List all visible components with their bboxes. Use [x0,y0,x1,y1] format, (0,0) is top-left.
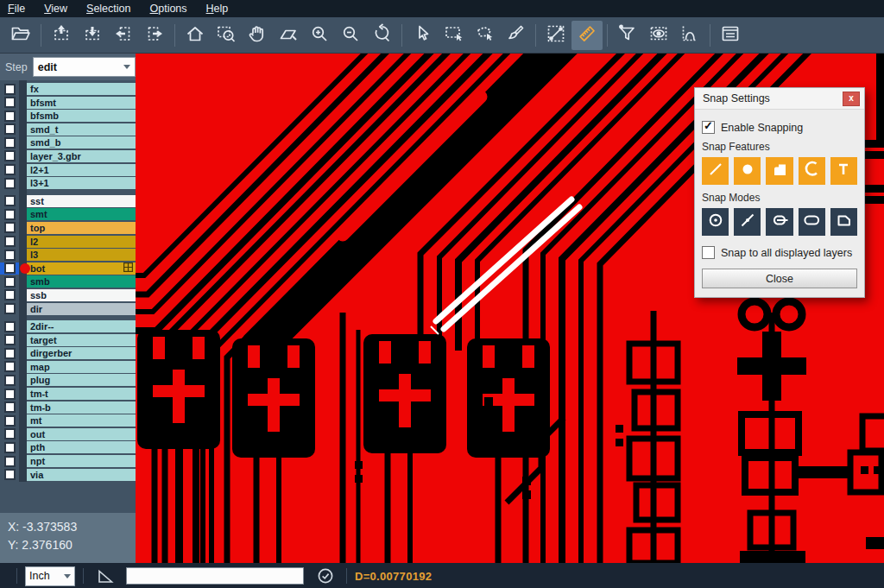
layer-visibility-checkbox[interactable] [0,334,19,346]
enable-snapping-row[interactable]: Enable Snapping [702,121,857,134]
layer-visibility-checkbox[interactable] [0,123,19,136]
layer-row-bfsmt[interactable]: bfsmt [0,97,136,109]
zoom-selection-button[interactable] [273,21,304,50]
pad-snap-button[interactable] [734,157,761,185]
layer-visibility-checkbox[interactable] [0,388,19,400]
layer-name[interactable]: tm-b [27,401,136,414]
zoom-home-button[interactable] [180,21,211,50]
menu-item-selection[interactable]: Selection [86,3,130,15]
layer-name[interactable]: sst [27,195,136,207]
layer-row-out[interactable]: out [0,428,136,440]
zoom-window-button[interactable] [211,21,242,50]
import-bottom-button[interactable] [77,21,108,50]
layer-row-smt[interactable]: smt [0,208,136,220]
step-select[interactable]: edit [33,57,136,77]
layer-name[interactable]: pth [27,441,136,453]
layer-row-l3[interactable]: l3 [0,249,136,261]
layer-visibility-checkbox[interactable] [0,441,19,453]
layer-row-bfsmb[interactable]: bfsmb [0,110,136,122]
menu-item-help[interactable]: Help [206,3,229,15]
angle-tool-icon[interactable] [95,566,116,586]
menu-item-file[interactable]: File [8,3,25,15]
layer-visibility-checkbox[interactable] [0,208,19,220]
layer-visibility-checkbox[interactable] [0,164,19,176]
select-arrow-button[interactable] [407,21,438,50]
layer-name[interactable]: layer_3.gbr [27,150,136,162]
layer-visibility-checkbox[interactable] [0,136,19,149]
layer-visibility-checkbox[interactable] [0,177,19,189]
layer-visibility-checkbox[interactable] [0,320,19,332]
layer-row-tm-t[interactable]: tm-t [0,388,136,400]
all-layers-row[interactable]: Snap to all displayed layers [702,246,857,259]
layer-name[interactable]: top [27,222,136,234]
pcb-canvas[interactable]: Snap Settings x Enable Snapping Snap Fea… [136,54,884,563]
layer-row-plug[interactable]: plug [0,374,136,386]
menu-item-options[interactable]: Options [149,3,186,15]
layer-visibility-checkbox[interactable] [0,347,19,359]
import-top-button[interactable] [46,21,77,50]
nearest-point-snap-button[interactable] [734,208,761,236]
layer-name[interactable]: out [27,428,136,440]
layer-visibility-checkbox[interactable] [0,249,19,261]
view-visibility-button[interactable] [643,21,674,50]
layer-row-pth[interactable]: pth [0,441,136,453]
layer-name[interactable]: dir [27,303,136,315]
unit-select[interactable]: Inch [25,566,75,586]
layer-name[interactable]: bot [27,262,136,275]
vertex-snap-button[interactable] [830,208,857,236]
layer-visibility-checkbox[interactable] [0,401,19,414]
zoom-in-button[interactable] [304,21,335,50]
arc-snap-button[interactable] [799,157,825,185]
layer-row-npt[interactable]: npt [0,455,136,467]
layer-visibility-checkbox[interactable] [0,97,19,109]
layer-row-layer_3.gbr[interactable]: layer_3.gbr [0,150,136,162]
layer-name[interactable]: bfsmb [27,110,136,122]
import-right-button[interactable] [139,21,170,50]
measure-arc-button[interactable] [674,21,705,50]
filter-button[interactable] [612,21,643,50]
layer-name[interactable]: dirgerber [27,347,136,359]
menu-item-view[interactable]: View [44,3,67,15]
close-button[interactable]: Close [702,269,857,288]
layer-name[interactable]: l2+1 [27,164,136,176]
ruler-button[interactable] [571,21,603,50]
clean-brush-button[interactable] [500,21,531,50]
layer-visibility-checkbox[interactable] [0,275,19,288]
layer-name[interactable]: fx [27,83,136,95]
open-folder-button[interactable] [5,21,36,50]
layer-name[interactable]: l3+1 [27,177,136,189]
layer-visibility-checkbox[interactable] [0,469,19,481]
layer-grid-icon[interactable] [123,262,133,274]
layer-row-l3+1[interactable]: l3+1 [0,177,136,189]
layer-name[interactable]: l3 [27,249,136,261]
layer-row-l2+1[interactable]: l2+1 [0,164,136,176]
layer-name[interactable]: tm-t [27,388,136,400]
layer-name[interactable]: target [27,334,136,346]
measure-distance-button[interactable] [540,21,571,50]
layer-name[interactable]: smt [27,208,136,220]
snap-status-icon[interactable] [316,566,335,585]
layer-visibility-checkbox[interactable] [0,455,19,467]
slot-center-snap-button[interactable] [766,208,792,236]
layer-visibility-checkbox[interactable] [0,414,19,427]
layer-name[interactable]: smb [27,275,136,288]
layer-visibility-checkbox[interactable] [0,289,19,301]
layer-row-smb[interactable]: smb [0,275,136,288]
layer-row-l2[interactable]: l2 [0,236,136,248]
layer-row-sst[interactable]: sst [0,195,136,207]
select-polygon-button[interactable] [469,21,500,50]
layer-row-bot[interactable]: bot [0,262,136,275]
layer-name[interactable]: smd_b [27,136,136,149]
layer-name[interactable]: via [27,469,136,481]
layer-visibility-checkbox[interactable] [0,262,19,275]
layer-visibility-checkbox[interactable] [0,303,19,315]
layer-name[interactable]: mt [27,414,136,427]
layer-name[interactable]: ssb [27,289,136,301]
layer-row-mt[interactable]: mt [0,414,136,427]
zoom-out-button[interactable] [335,21,366,50]
text-snap-button[interactable] [830,157,857,185]
layer-name[interactable]: l2 [27,236,136,248]
close-icon[interactable]: x [843,92,860,106]
layer-visibility-checkbox[interactable] [0,150,19,162]
layer-name[interactable]: plug [27,374,136,386]
